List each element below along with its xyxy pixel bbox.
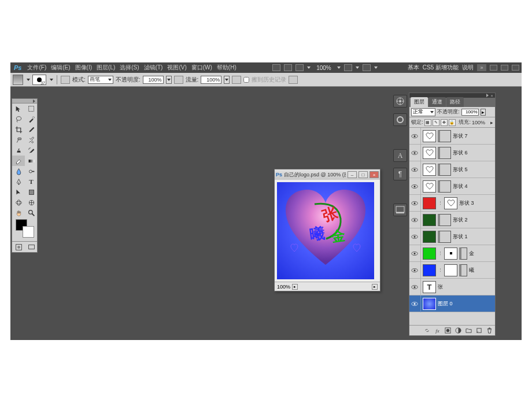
panel-collapse-icon[interactable] bbox=[486, 94, 489, 97]
layer-row[interactable]: 形状 7 bbox=[409, 128, 495, 145]
lock-all-icon[interactable]: 🔒 bbox=[449, 119, 456, 126]
pen-tool[interactable] bbox=[12, 176, 25, 187]
layer-thumb[interactable] bbox=[423, 164, 436, 176]
tab-paths[interactable]: 路径 bbox=[446, 97, 464, 107]
window-close-button[interactable] bbox=[512, 65, 519, 71]
layer-row[interactable]: 形状 2 bbox=[409, 212, 495, 228]
tablet-opacity-icon[interactable] bbox=[174, 76, 183, 84]
layer-row[interactable]: ⋮ 形状 3 bbox=[409, 195, 495, 212]
arrange-docs-icon[interactable] bbox=[344, 64, 352, 71]
opacity-dropdown-icon[interactable] bbox=[166, 76, 172, 84]
paragraph-panel-icon[interactable]: ¶ bbox=[393, 168, 407, 180]
document-canvas[interactable]: 张 曦 金 bbox=[277, 182, 374, 279]
link-layers-icon[interactable] bbox=[423, 327, 431, 334]
visibility-toggle[interactable] bbox=[411, 266, 419, 274]
new-layer-icon[interactable] bbox=[475, 327, 483, 334]
hand-tool[interactable] bbox=[12, 208, 25, 218]
dodge-tool[interactable] bbox=[25, 166, 38, 176]
layer-thumb[interactable] bbox=[423, 247, 436, 260]
visibility-toggle[interactable] bbox=[411, 283, 419, 291]
menu-filter[interactable]: 滤镜(T) bbox=[142, 64, 165, 72]
eraser-tool[interactable] bbox=[12, 156, 25, 166]
layer-name[interactable]: 张 bbox=[438, 283, 443, 291]
doc-maximize-button[interactable]: □ bbox=[359, 171, 368, 178]
vector-mask-thumb[interactable] bbox=[438, 130, 451, 142]
layer-thumb[interactable] bbox=[423, 180, 436, 193]
vector-mask-thumb[interactable] bbox=[438, 164, 451, 176]
visibility-toggle[interactable] bbox=[411, 149, 419, 157]
toolbox-collapse[interactable] bbox=[12, 99, 37, 104]
lock-transparent-icon[interactable]: ▦ bbox=[424, 119, 431, 126]
3d-orbit-tool[interactable] bbox=[25, 197, 38, 208]
quick-mask-icon[interactable] bbox=[12, 242, 25, 252]
vector-mask-thumb[interactable] bbox=[438, 180, 451, 193]
vector-mask-thumb[interactable] bbox=[438, 214, 451, 226]
layer-name[interactable]: 形状 3 bbox=[459, 200, 474, 207]
gradient-tool[interactable] bbox=[25, 156, 38, 166]
new-group-icon[interactable] bbox=[465, 327, 472, 334]
visibility-toggle[interactable] bbox=[411, 249, 419, 257]
airbrush-icon[interactable] bbox=[232, 76, 241, 84]
screen-mode-toggle-icon[interactable] bbox=[25, 242, 38, 252]
shape-tool[interactable] bbox=[25, 187, 38, 197]
vector-mask-thumb[interactable] bbox=[438, 231, 451, 243]
tab-layers[interactable]: 图层 bbox=[411, 97, 428, 107]
layer-row[interactable]: 形状 6 bbox=[409, 145, 495, 161]
blur-tool[interactable] bbox=[12, 166, 25, 176]
view-extras-dropdown-icon[interactable] bbox=[307, 66, 311, 69]
layer-row[interactable]: ⋮ 金 bbox=[409, 245, 495, 262]
add-mask-icon[interactable] bbox=[444, 327, 452, 334]
lock-pixels-icon[interactable]: ✎ bbox=[433, 119, 439, 126]
menu-file[interactable]: 文件(F) bbox=[25, 64, 49, 72]
character-panel-icon[interactable]: A bbox=[393, 149, 407, 162]
history-checkbox[interactable] bbox=[243, 77, 249, 83]
layer-thumb[interactable] bbox=[423, 197, 436, 209]
layer-style-icon[interactable]: fx bbox=[434, 327, 441, 334]
layer-blend-mode-select[interactable]: 正常 bbox=[411, 108, 435, 116]
workspace-design[interactable]: 说明 bbox=[462, 64, 474, 72]
menu-view[interactable]: 视图(V) bbox=[165, 64, 189, 72]
menu-edit[interactable]: 编辑(E) bbox=[49, 64, 72, 72]
vector-mask-thumb[interactable] bbox=[459, 247, 467, 260]
layer-name[interactable]: 形状 7 bbox=[453, 132, 468, 140]
vector-mask-thumb[interactable] bbox=[438, 147, 451, 159]
doc-info-dropdown-icon[interactable]: ▸ bbox=[292, 284, 298, 290]
layer-name[interactable]: 形状 2 bbox=[453, 216, 468, 224]
history-brush-tool[interactable] bbox=[25, 145, 38, 156]
eyedropper-tool[interactable] bbox=[25, 124, 38, 135]
layer-name[interactable]: 金 bbox=[469, 250, 474, 257]
layer-row[interactable]: 形状 5 bbox=[409, 161, 495, 178]
brush-picker-dropdown-icon[interactable] bbox=[50, 79, 53, 81]
blend-mode-select[interactable]: 画笔 bbox=[88, 76, 113, 84]
document-titlebar[interactable]: Ps 自己的logo.psd @ 100% (图... – □ × bbox=[275, 169, 380, 180]
background-color[interactable] bbox=[23, 226, 34, 238]
menu-layer[interactable]: 图层(L) bbox=[94, 64, 117, 72]
screen-mode-dropdown-icon[interactable] bbox=[374, 66, 378, 69]
healing-brush-tool[interactable] bbox=[12, 135, 25, 145]
menu-help[interactable]: 帮助(H) bbox=[215, 64, 239, 72]
mini-bridge-icon[interactable] bbox=[284, 64, 292, 71]
visibility-toggle[interactable] bbox=[411, 182, 419, 190]
layer-thumb[interactable] bbox=[423, 214, 436, 226]
vector-mask-thumb[interactable] bbox=[459, 264, 467, 276]
view-extras-icon[interactable] bbox=[295, 64, 304, 71]
vector-mask-thumb[interactable] bbox=[444, 197, 457, 209]
layer-thumb[interactable] bbox=[423, 231, 436, 243]
layer-name[interactable]: 图层 0 bbox=[438, 300, 453, 308]
layer-opacity-input[interactable]: 100% bbox=[461, 109, 479, 116]
layer-mask-thumb[interactable] bbox=[444, 247, 457, 260]
layer-name[interactable]: 形状 5 bbox=[453, 166, 468, 173]
quick-select-tool[interactable] bbox=[25, 114, 38, 124]
layer-fill-input[interactable]: 100% bbox=[472, 120, 489, 125]
layer-mask-thumb[interactable] bbox=[444, 264, 457, 276]
layer-row[interactable]: T 张 bbox=[409, 279, 495, 295]
delete-layer-icon[interactable] bbox=[486, 327, 493, 334]
visibility-toggle[interactable] bbox=[411, 132, 419, 140]
current-tool-preset[interactable] bbox=[13, 75, 23, 85]
doc-minimize-button[interactable]: – bbox=[348, 171, 357, 178]
menu-window[interactable]: 窗口(W) bbox=[189, 64, 215, 72]
type-layer-thumb[interactable]: T bbox=[423, 281, 436, 293]
layer-row[interactable]: 图层 0 bbox=[409, 295, 495, 312]
layer-thumb[interactable] bbox=[423, 147, 436, 159]
tool-preset-dropdown-icon[interactable] bbox=[27, 79, 30, 81]
